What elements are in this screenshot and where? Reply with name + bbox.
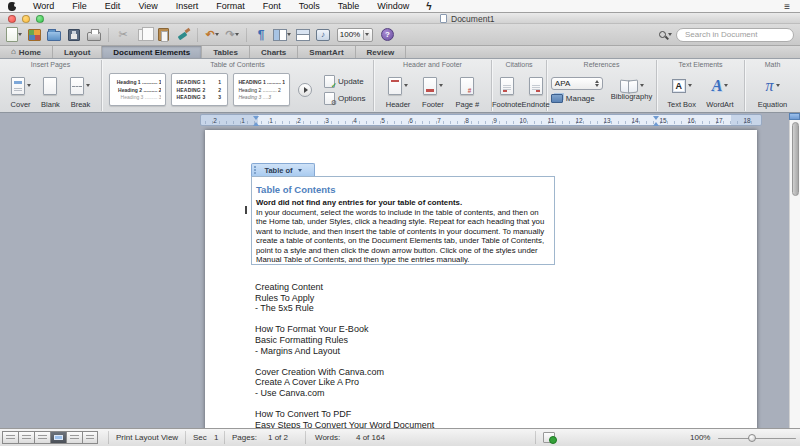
- equation-label: Equation: [758, 100, 788, 109]
- break-label: Break: [71, 100, 91, 109]
- zoom-slider-knob[interactable]: [748, 434, 756, 442]
- focus-view-button[interactable]: [82, 431, 98, 444]
- toc-options-button[interactable]: ⚙ Options: [324, 92, 366, 105]
- toc-style-thumbnail-2[interactable]: HEADING 1 1 HEADING 2 2 HEADING 3 3: [171, 73, 228, 106]
- blank-page-icon: [43, 77, 57, 95]
- publishing-layout-view-button[interactable]: [34, 431, 50, 444]
- menu-item[interactable]: Font: [254, 0, 290, 13]
- zoom-dropdown[interactable]: [363, 30, 370, 40]
- page-number-button[interactable]: # Page #: [455, 69, 479, 110]
- cut-button[interactable]: ✂: [115, 27, 131, 43]
- menu-item[interactable]: Table: [329, 0, 369, 13]
- citation-style-select[interactable]: APA: [551, 77, 603, 90]
- notebook-layout-view-button[interactable]: [66, 431, 82, 444]
- menu-item[interactable]: View: [129, 0, 166, 13]
- ribbon-tab[interactable]: ⌂ Home: [0, 46, 53, 58]
- toc-style-thumbnail-1[interactable]: Heading 1 ........... 1 Heading 2 ......…: [109, 73, 166, 106]
- zoom-slider[interactable]: [718, 438, 796, 440]
- menu-item[interactable]: Tools: [290, 0, 329, 13]
- ribbon-tab[interactable]: ⌂ Tables: [202, 46, 250, 58]
- apple-menu-icon[interactable]: [8, 2, 16, 11]
- search-scope-button[interactable]: [659, 31, 672, 38]
- redo-icon: ↷: [225, 29, 234, 40]
- zoom-select[interactable]: 100%: [337, 28, 373, 42]
- right-indent-marker[interactable]: [653, 116, 660, 126]
- chevron-down-icon: [668, 33, 672, 36]
- sidebar-toggle-button[interactable]: [273, 27, 291, 43]
- close-window-button[interactable]: [8, 15, 16, 23]
- section-title: Citations: [492, 61, 546, 68]
- wordart-button[interactable]: A WordArt: [706, 69, 733, 110]
- ruler-toggle-button[interactable]: [789, 113, 800, 120]
- break-button[interactable]: Break: [70, 69, 90, 110]
- scrollbar-thumb[interactable]: [792, 122, 799, 196]
- ruler-number: 5: [369, 115, 397, 125]
- document-text-line: Cover Creation With Canva.com: [255, 367, 434, 378]
- chevron-down-icon: [724, 84, 728, 87]
- menu-item[interactable]: Word: [24, 0, 63, 13]
- section-title: Math: [745, 61, 800, 68]
- media-browser-icon: ♪: [316, 29, 330, 41]
- document-page[interactable]: Table of Table of Contents Word did not …: [205, 130, 757, 428]
- menu-item[interactable]: File: [63, 0, 96, 13]
- header-button[interactable]: Header: [386, 69, 411, 110]
- ribbon-tab[interactable]: ⌂ Document Elements: [102, 46, 202, 58]
- endnote-button[interactable]: Endnote: [522, 69, 550, 110]
- zoom-window-button[interactable]: [36, 15, 44, 23]
- new-document-button[interactable]: [6, 27, 22, 43]
- ribbon-tab[interactable]: ⌂ Charts: [250, 46, 298, 58]
- footnote-button[interactable]: Footnote: [492, 69, 522, 110]
- redo-button[interactable]: ↷: [224, 27, 240, 43]
- gallery-button[interactable]: [26, 27, 42, 43]
- show-formatting-button[interactable]: ¶: [253, 27, 269, 43]
- equation-button[interactable]: π Equation: [758, 69, 788, 110]
- toc-update-button[interactable]: ✓ Update: [324, 75, 366, 88]
- spelling-status-icon[interactable]: [543, 432, 555, 443]
- status-separator: [185, 431, 186, 444]
- cover-button[interactable]: Cover: [11, 69, 31, 110]
- undo-icon: ↶: [205, 29, 214, 40]
- open-folder-icon: [47, 31, 61, 41]
- header-icon: [388, 77, 402, 95]
- vertical-scrollbar[interactable]: [789, 113, 800, 428]
- toolbox-button[interactable]: [295, 27, 311, 43]
- outline-view-button[interactable]: [18, 431, 34, 444]
- left-indent-marker[interactable]: [253, 116, 260, 126]
- media-browser-button[interactable]: ♪: [315, 27, 331, 43]
- ribbon-section-math: Math π Equation: [745, 60, 800, 111]
- minimize-window-button[interactable]: [22, 15, 30, 23]
- bibliography-button[interactable]: Bibliography: [611, 78, 652, 102]
- script-menu-icon[interactable]: ϟ: [418, 1, 439, 12]
- open-button[interactable]: [46, 27, 62, 43]
- print-layout-view-button[interactable]: [50, 431, 66, 444]
- menu-item[interactable]: Window: [368, 0, 418, 13]
- ruler-number: 6: [397, 115, 425, 125]
- format-painter-button[interactable]: [175, 27, 191, 43]
- menu-item[interactable]: Insert: [167, 0, 208, 13]
- footer-button[interactable]: Footer: [422, 69, 444, 110]
- ribbon-tab[interactable]: ⌂ Review: [356, 46, 407, 58]
- menu-item[interactable]: Edit: [96, 0, 130, 13]
- save-button[interactable]: [66, 27, 82, 43]
- menu-item[interactable]: Format: [207, 0, 254, 13]
- toc-no-entries-message: Word did not find any entries for your t…: [256, 198, 549, 208]
- toc-style-thumbnail-3[interactable]: HEADING 1 .......... 1 Heading 2 .......…: [233, 73, 290, 106]
- help-button[interactable]: ?: [381, 28, 394, 41]
- undo-button[interactable]: ↶: [204, 27, 220, 43]
- list-menu-icon[interactable]: ≡: [780, 1, 794, 12]
- draft-view-button[interactable]: [2, 431, 18, 444]
- search-input[interactable]: [676, 28, 794, 42]
- ribbon-tab[interactable]: ⌂ Layout: [53, 46, 102, 58]
- toc-gallery-more-button[interactable]: [298, 83, 312, 97]
- blank-page-button[interactable]: Blank: [41, 69, 60, 110]
- print-button[interactable]: [86, 27, 102, 43]
- manage-citations-button[interactable]: Manage: [551, 94, 603, 103]
- toolbar-separator: [108, 28, 109, 42]
- paste-button[interactable]: [155, 27, 171, 43]
- text-box-button[interactable]: A Text Box: [667, 69, 696, 110]
- chevron-down-icon: [215, 33, 219, 36]
- copy-button[interactable]: [135, 27, 151, 43]
- ribbon-tab[interactable]: ⌂ SmartArt: [298, 46, 355, 58]
- ribbon-tab-label: Document Elements: [113, 48, 190, 57]
- toc-content-control-tab[interactable]: Table of: [251, 163, 315, 176]
